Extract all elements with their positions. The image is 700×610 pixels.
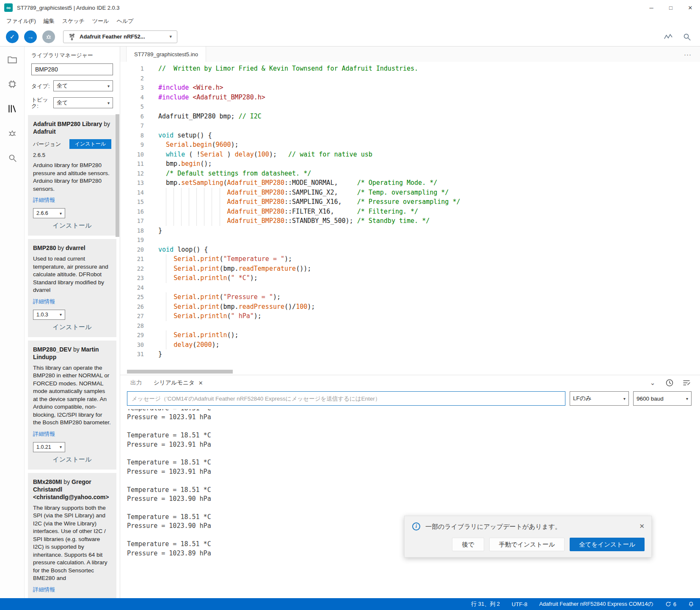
indent-guide <box>166 330 174 340</box>
indent-guide <box>220 188 227 198</box>
timestamp-clock-icon[interactable] <box>665 379 674 387</box>
more-info-link[interactable]: 詳細情報 <box>33 196 55 204</box>
cursor-position[interactable]: 行 31、列 2 <box>471 600 500 608</box>
install-button[interactable]: インストール <box>53 222 92 230</box>
tab-serial-monitor-label: シリアルモニタ <box>154 379 195 387</box>
code-line-content <box>144 235 158 245</box>
debug-bug-icon <box>7 128 18 139</box>
install-button[interactable]: インストール <box>53 456 92 464</box>
by-label: by <box>104 121 110 127</box>
verify-button[interactable]: ✓ <box>6 30 19 43</box>
minimize-button[interactable]: ─ <box>642 0 661 15</box>
library-description: This library can operate the BMP280 in e… <box>33 364 111 427</box>
code-line-content: bmp.setSampling(Adafruit_BMP280::MODE_NO… <box>144 178 437 188</box>
sidebar-item-debug[interactable] <box>5 127 19 140</box>
serial-plotter-icon[interactable] <box>664 33 673 41</box>
check-icon: ✓ <box>10 33 15 41</box>
baud-rate-select[interactable]: 9600 baud ▾ <box>633 391 692 406</box>
indent-guide <box>158 140 166 150</box>
encoding-indicator[interactable]: UTF-8 <box>512 601 527 607</box>
sidebar-item-search[interactable] <box>5 151 19 164</box>
close-icon[interactable]: ✕ <box>198 380 203 386</box>
code-line-content <box>144 74 158 83</box>
board-selector[interactable]: Adafruit Feather nRF52... ▾ <box>63 30 177 43</box>
indent-guide <box>204 188 212 198</box>
code-line: 9 Serial.begin(9600); <box>120 140 700 150</box>
notifications-indicator[interactable] <box>688 601 694 607</box>
line-number: 7 <box>120 121 144 131</box>
menu-tools[interactable]: ツール <box>88 15 113 27</box>
line-number: 14 <box>120 188 144 198</box>
maximize-button[interactable]: □ <box>661 0 681 15</box>
editor-tab-bar: ST7789_graphicstest5.ino ··· <box>120 47 700 62</box>
version-select-value: 1.0.3 <box>36 312 48 318</box>
library-description: Used to read current temperature, air pr… <box>33 255 111 294</box>
more-actions-icon[interactable]: ··· <box>684 47 692 62</box>
by-label: by <box>58 245 64 251</box>
menu-file[interactable]: ファイル(F) <box>3 15 40 27</box>
menu-bar: ファイル(F) 編集 スケッチ ツール ヘルプ <box>0 15 700 27</box>
baud-rate-value: 9600 baud <box>637 396 664 402</box>
clear-output-icon[interactable] <box>682 379 691 387</box>
code-editor[interactable]: 1// Written by Limor Fried & Kevin Towns… <box>120 62 700 375</box>
close-button[interactable]: ✕ <box>681 0 700 15</box>
library-name: Adafruit BMP280 Library <box>33 121 102 127</box>
more-info-link[interactable]: 詳細情報 <box>33 430 55 438</box>
version-select[interactable]: 1.0.21▾ <box>33 442 65 452</box>
indent-guide <box>158 159 166 169</box>
by-label: by <box>63 478 70 485</box>
menu-edit[interactable]: 編集 <box>40 15 58 27</box>
sidebar-item-boards-manager[interactable] <box>5 78 19 91</box>
sidebar-item-sketchbook[interactable] <box>5 53 19 66</box>
tab-serial-monitor[interactable]: シリアルモニタ ✕ <box>154 379 203 387</box>
sidebar-item-library-manager[interactable] <box>5 102 19 115</box>
editor-horizontal-scrollbar-thumb[interactable] <box>127 370 233 374</box>
install-button[interactable]: インストール <box>53 323 92 331</box>
collapse-panel-icon[interactable]: ⌄ <box>648 379 657 387</box>
menu-sketch[interactable]: スケッチ <box>58 15 88 27</box>
line-number: 25 <box>120 292 144 302</box>
indent-guide <box>189 197 196 207</box>
later-button[interactable]: 後で <box>452 538 484 551</box>
line-ending-select[interactable]: LFのみ ▾ <box>570 391 629 406</box>
library-search-input[interactable] <box>31 63 113 75</box>
library-author: Adafruit <box>33 128 56 135</box>
version-select[interactable]: 1.0.3▾ <box>33 310 65 320</box>
editor-tab[interactable]: ST7789_graphicstest5.ino <box>126 47 206 62</box>
upload-button[interactable]: → <box>24 30 37 43</box>
sidebar-scrollbar-thumb[interactable] <box>116 114 119 237</box>
serial-message-input[interactable] <box>127 391 565 406</box>
chevron-down-icon: ▾ <box>107 84 110 88</box>
line-number: 26 <box>120 302 144 312</box>
code-line-content: Serial.begin(9600); <box>144 140 239 150</box>
close-icon[interactable]: ✕ <box>639 522 645 530</box>
board-port-indicator[interactable]: Adafruit Feather nRF52840 Express COM14の <box>539 600 653 608</box>
indent-guide <box>204 197 212 207</box>
arduino-logo-icon: ∞ <box>4 3 13 12</box>
window-controls: ─ □ ✕ <box>642 0 700 15</box>
menu-help[interactable]: ヘルプ <box>113 15 138 27</box>
install-all-button[interactable]: 全てをインストール <box>570 538 645 551</box>
more-info-link[interactable]: 詳細情報 <box>33 298 55 305</box>
indent-guide <box>196 207 204 217</box>
indent-guide <box>196 188 204 198</box>
more-info-link[interactable]: 詳細情報 <box>33 586 55 594</box>
indent-guide <box>158 169 166 179</box>
type-filter-select[interactable]: 全て ▾ <box>53 80 113 91</box>
serial-output-area[interactable]: Temperature = 18.51 *C Pressure = 1023.9… <box>120 409 700 598</box>
updates-indicator[interactable]: 6 <box>665 601 676 607</box>
line-number: 20 <box>120 245 144 255</box>
installed-version: 2.6.5 <box>33 152 111 158</box>
code-line-content <box>144 121 158 131</box>
serial-monitor-icon[interactable] <box>682 32 692 41</box>
indent-guide <box>166 311 174 321</box>
installed-badge[interactable]: インストール <box>69 139 111 149</box>
tab-output[interactable]: 出力 <box>130 379 142 387</box>
code-line: 11 bmp.begin(); <box>120 159 700 169</box>
topic-filter-select[interactable]: 全て ▾ <box>53 97 113 108</box>
indent-guide <box>158 264 166 274</box>
code-line: 3#include <Wire.h> <box>120 83 700 93</box>
debug-button[interactable] <box>42 30 55 43</box>
version-select[interactable]: 2.6.6▾ <box>33 208 65 218</box>
manual-install-button[interactable]: 手動でインストール <box>489 538 565 551</box>
